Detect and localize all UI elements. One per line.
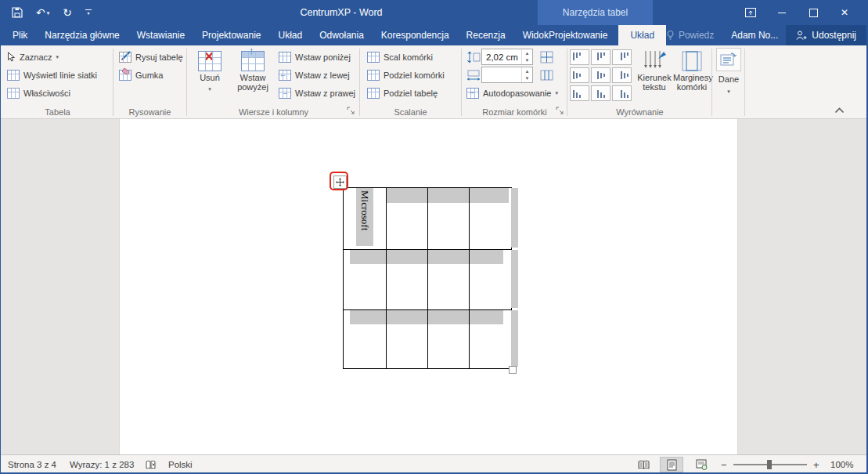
tab-korespondencja[interactable]: Korespondencja [373,25,458,45]
user-account-button[interactable]: Adam No... [723,30,786,41]
document-area: Microsoft [1,119,866,454]
zoom-level[interactable]: 100% [830,455,853,474]
close-button[interactable]: ✕ [829,0,860,25]
distribute-columns-button[interactable] [538,67,553,83]
table-cell-r1c1[interactable]: Microsoft [344,188,387,250]
table-cell-r1c2[interactable] [387,188,428,250]
tell-me-button[interactable]: Powiedz [657,30,723,41]
ribbon-display-options-button[interactable] [735,0,766,25]
tab-table-projektowanie[interactable]: Projektowanie [538,25,618,45]
autofit-button[interactable]: ↔ Autodopasowanie ▾ [464,85,558,101]
dialog-launcher-rozmiar[interactable] [556,107,565,116]
autofit-label: Autodopasowanie [483,89,551,98]
language-indicator[interactable]: Polski [168,455,193,474]
align-center-right-button[interactable] [612,67,632,83]
draw-table-button[interactable]: Rysuj tabelę [117,49,183,65]
dialog-launcher-wiersze[interactable] [347,107,356,116]
column-width-spinner[interactable]: ▲▼ [481,67,533,83]
text-direction-button[interactable]: Kierunek tekstu [634,48,675,92]
maximize-button[interactable] [798,0,829,25]
merge-cells-button[interactable]: Scal komórki [365,49,433,65]
print-layout-button[interactable] [660,457,683,472]
view-gridlines-button[interactable]: Wyświetl linie siatki [5,67,97,83]
spinner-up-button[interactable]: ▲ [522,67,532,75]
table-cell-r1c4[interactable] [470,188,512,250]
data-button[interactable]: Dane ▾ [714,48,744,96]
proofing-status-button[interactable] [145,455,157,474]
properties-button[interactable]: Właściwości [5,85,70,101]
table-resize-handle[interactable] [509,366,517,374]
split-table-button[interactable]: Podziel tabelę [365,85,438,101]
table-cell-r1c3[interactable] [428,188,470,250]
table-cell-r3c2[interactable] [387,310,428,369]
collapse-ribbon-button[interactable] [834,106,845,115]
insert-below-icon: ↓ [279,52,291,63]
undo-button[interactable]: ↶▾ [36,7,49,18]
tab-wstawianie[interactable]: Wstawianie [128,25,193,45]
zoom-out-button[interactable]: − [721,455,727,474]
insert-below-button[interactable]: ↓ Wstaw poniżej [276,49,351,65]
align-bottom-right-button[interactable] [612,85,632,101]
select-button[interactable]: Zaznacz ▾ [5,49,59,65]
cursor-icon [7,52,16,62]
row-height-spinner[interactable]: 2,02 cm ▲▼ [481,49,533,65]
word-count-indicator[interactable]: Wyrazy: 1 z 283 [70,455,134,474]
insert-right-button[interactable]: → Wstaw z prawej [276,85,355,101]
spinner-up-button[interactable]: ▲ [522,49,532,57]
insert-above-button[interactable]: ↑ Wstaw powyżej [232,48,274,92]
tab-plik[interactable]: Plik [4,25,36,45]
tab-projektowanie[interactable]: Projektowanie [193,25,269,45]
customize-qat-button[interactable]: ▾ [85,9,92,16]
web-layout-button[interactable] [690,457,713,472]
redo-button[interactable]: ↻ [63,7,72,18]
cell-margins-icon [682,51,702,71]
align-top-center-button[interactable] [591,49,610,65]
insert-left-button[interactable]: ← Wstaw z lewej [276,67,350,83]
cell-selection-band [470,250,503,264]
page-indicator[interactable]: Strona 3 z 4 [8,455,56,474]
spinner-down-button[interactable]: ▼ [522,57,532,65]
tab-narzedzia-glowne[interactable]: Narzędzia główne [36,25,128,45]
document-page[interactable]: Microsoft [119,119,738,454]
table-cell-r2c4[interactable] [470,250,512,310]
align-center-center-button[interactable] [591,67,610,83]
row-height-icon-button[interactable] [464,49,481,65]
spinner-down-button[interactable]: ▼ [522,75,532,83]
document-table[interactable]: Microsoft [343,187,512,369]
tab-uklad[interactable]: Układ [269,25,311,45]
table-cell-r3c1[interactable] [344,310,387,369]
share-button[interactable]: Udostępnij [786,25,866,45]
table-cell-r3c4[interactable] [470,310,512,369]
eraser-button[interactable]: Gumka [117,67,163,83]
read-mode-button[interactable] [632,457,655,472]
minimize-button[interactable] [766,0,798,25]
insert-below-label: Wstaw poniżej [295,52,351,62]
zoom-slider-thumb[interactable] [767,460,772,469]
status-bar: Strona 3 z 4 Wyrazy: 1 z 283 Polski − + … [1,454,866,474]
tab-recenzja[interactable]: Recenzja [458,25,514,45]
table-cell-r2c2[interactable] [387,250,428,310]
table-cell-r3c3[interactable] [428,310,470,369]
delete-button[interactable]: ✕ Usuń ▾ [193,48,227,94]
tab-odwolania[interactable]: Odwołania [311,25,373,45]
split-cells-button[interactable]: Podziel komórki [365,67,445,83]
window-title: CentrumXP - Word [267,0,416,25]
save-button[interactable] [12,7,23,18]
column-width-icon-button[interactable] [464,67,481,83]
table-cell-r2c3[interactable] [428,250,470,310]
align-top-left-button[interactable] [570,49,589,65]
row-height-value[interactable]: 2,02 cm [482,52,521,62]
align-bottom-center-button[interactable] [591,85,610,101]
cell-margins-button[interactable]: Marginesy komórki [673,48,711,92]
group-label-rysowanie: Rysowanie [114,107,185,117]
align-bottom-left-button[interactable] [570,85,589,101]
table-cell-r2c1[interactable] [344,250,387,310]
group-label-tabela: Tabela [2,107,113,117]
align-center-right-icon [615,71,628,80]
distribute-rows-button[interactable] [538,49,553,65]
align-center-left-button[interactable] [570,67,589,83]
align-top-right-button[interactable] [612,49,632,65]
cell-selection-band [350,310,386,324]
zoom-in-button[interactable]: + [813,455,819,474]
cell-selection-band [470,188,509,203]
